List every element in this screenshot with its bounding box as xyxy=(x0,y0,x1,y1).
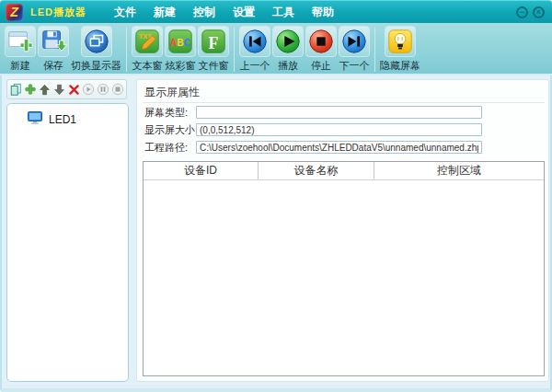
monitor-icon xyxy=(28,111,43,127)
hide-screen-button[interactable]: 隐藏屏幕 xyxy=(380,26,420,73)
next-button[interactable]: 下一个 xyxy=(339,26,370,73)
color-window-button[interactable]: ABC 炫彩窗 xyxy=(165,26,196,73)
svg-text:ABC: ABC xyxy=(170,38,191,48)
previous-icon xyxy=(241,28,269,55)
delete-icon[interactable] xyxy=(67,81,81,98)
main-toolbar: 新建 保存 xyxy=(0,23,552,75)
new-project-icon xyxy=(6,28,34,55)
move-up-icon[interactable] xyxy=(39,81,52,98)
move-down-icon[interactable] xyxy=(52,81,66,98)
file-window-icon: F xyxy=(200,28,227,55)
save-button[interactable]: 保存 xyxy=(38,26,69,73)
menu-new[interactable]: 新建 xyxy=(154,5,176,20)
column-device-id[interactable]: 设备ID xyxy=(144,162,259,179)
stop-button[interactable]: 停止 xyxy=(305,26,337,73)
screen-type-input[interactable] xyxy=(196,106,482,119)
titlebar: Z LED播放器 文件 新建 控制 设置 工具 帮助 − × xyxy=(0,0,552,23)
screen-list: LED1 xyxy=(6,103,129,382)
color-window-icon: ABC xyxy=(167,28,194,55)
toolbar-separator xyxy=(234,28,235,72)
text-window-button[interactable]: TXT 文本窗 xyxy=(132,26,163,73)
menubar: 文件 新建 控制 设置 工具 帮助 xyxy=(114,5,334,20)
screen-size-row: 显示屏大小: xyxy=(137,121,548,138)
next-icon xyxy=(340,28,368,55)
device-table: 设备ID 设备名称 控制区域 xyxy=(143,161,545,376)
screen-list-toolbar xyxy=(6,79,127,99)
new-button[interactable]: 新建 xyxy=(5,26,36,73)
project-path-label: 工程路径: xyxy=(137,141,194,155)
close-button[interactable]: × xyxy=(533,6,545,18)
save-icon xyxy=(40,28,67,55)
play-button[interactable]: 播放 xyxy=(272,26,304,73)
led-player-window: Z LED播放器 文件 新建 控制 设置 工具 帮助 − × xyxy=(0,0,552,392)
display-properties-title: 显示屏属性 xyxy=(137,80,548,102)
switch-display-icon xyxy=(83,28,110,55)
column-control-area[interactable]: 控制区域 xyxy=(374,162,544,179)
project-path-input[interactable] xyxy=(196,141,482,154)
main-area: LED1 显示屏属性 屏幕类型: 显示屏大小: 工程路径: 关联设备 xyxy=(0,75,552,392)
menu-help[interactable]: 帮助 xyxy=(312,5,334,20)
file-window-button[interactable]: F 文件窗 xyxy=(198,26,229,73)
app-logo-icon: Z xyxy=(6,4,23,21)
hide-screen-icon xyxy=(386,28,414,55)
screen-size-input[interactable] xyxy=(196,123,482,136)
stop-small-icon[interactable] xyxy=(110,81,124,98)
minimize-button[interactable]: − xyxy=(516,6,528,18)
text-window-icon: TXT xyxy=(133,28,161,55)
divider xyxy=(143,102,545,103)
menu-tools[interactable]: 工具 xyxy=(272,5,294,20)
menu-file[interactable]: 文件 xyxy=(114,5,136,20)
device-table-header: 设备ID 设备名称 控制区域 xyxy=(144,162,544,180)
switch-display-button[interactable]: 切换显示器 xyxy=(71,26,121,73)
project-path-row: 工程路径: xyxy=(137,139,548,156)
screen-size-label: 显示屏大小: xyxy=(137,123,194,137)
toolbar-separator xyxy=(126,28,127,72)
menu-settings[interactable]: 设置 xyxy=(233,5,255,20)
svg-text:F: F xyxy=(209,34,219,52)
screen-list-item-led1[interactable]: LED1 xyxy=(7,109,128,130)
toolbar-separator xyxy=(374,28,375,72)
add-icon[interactable] xyxy=(24,81,38,98)
properties-panel: 显示屏属性 屏幕类型: 显示屏大小: 工程路径: 关联设备 设备ID 设备名称 xyxy=(136,79,549,382)
stop-icon xyxy=(307,28,335,55)
screen-item-label: LED1 xyxy=(49,113,76,126)
pause-small-icon[interactable] xyxy=(97,81,110,98)
menu-control[interactable]: 控制 xyxy=(193,5,215,20)
app-title: LED播放器 xyxy=(30,6,86,19)
play-icon xyxy=(274,28,302,55)
screen-type-label: 屏幕类型: xyxy=(137,106,194,120)
copy-screen-icon[interactable] xyxy=(9,81,23,98)
screen-type-row: 屏幕类型: xyxy=(137,104,548,121)
previous-button[interactable]: 上一个 xyxy=(239,26,270,73)
play-small-icon[interactable] xyxy=(82,81,96,98)
column-device-name[interactable]: 设备名称 xyxy=(259,162,374,179)
